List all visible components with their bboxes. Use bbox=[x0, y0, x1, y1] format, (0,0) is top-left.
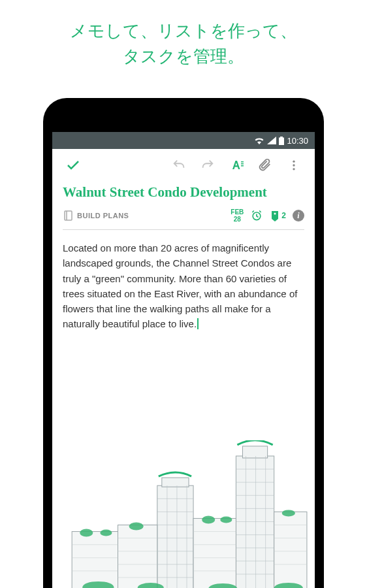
note-body[interactable]: Located on more than 20 acres of magnifi… bbox=[63, 230, 304, 342]
status-bar: 10:30 bbox=[52, 132, 315, 149]
date-day: 28 bbox=[231, 216, 244, 223]
status-time: 10:30 bbox=[287, 136, 308, 146]
info-button[interactable]: i bbox=[293, 210, 304, 221]
svg-point-3 bbox=[293, 161, 295, 163]
promo-line-1: メモして、リストを作って、 bbox=[70, 21, 297, 41]
note-title[interactable]: Walnut Street Condo Development bbox=[63, 182, 304, 208]
note-body-text: Located on more than 20 acres of magnifi… bbox=[63, 242, 297, 329]
svg-point-60 bbox=[282, 510, 295, 516]
svg-point-5 bbox=[293, 168, 295, 170]
tag-icon bbox=[270, 210, 280, 221]
phone-frame: 10:30 bbox=[43, 98, 324, 588]
svg-rect-11 bbox=[242, 446, 267, 458]
screen: 10:30 bbox=[52, 132, 315, 588]
alarm-icon[interactable] bbox=[250, 209, 263, 222]
note-content: Walnut Street Condo Development BUILD PL… bbox=[52, 182, 315, 342]
svg-point-59 bbox=[220, 516, 232, 523]
svg-rect-36 bbox=[72, 532, 118, 588]
svg-rect-6 bbox=[65, 211, 72, 220]
svg-point-56 bbox=[100, 530, 112, 536]
redo-button[interactable] bbox=[196, 154, 219, 177]
svg-rect-37 bbox=[118, 525, 157, 589]
note-illustration bbox=[52, 440, 315, 588]
overflow-menu-button[interactable] bbox=[282, 154, 306, 177]
notebook-icon bbox=[63, 210, 73, 221]
undo-button[interactable] bbox=[167, 154, 191, 177]
editor-toolbar bbox=[52, 149, 315, 182]
promo-line-2: タスクを管理。 bbox=[123, 46, 244, 66]
svg-point-4 bbox=[293, 164, 295, 166]
note-meta-row: BUILD PLANS FEB 28 2 i bbox=[63, 208, 304, 230]
done-button[interactable] bbox=[61, 154, 85, 177]
svg-rect-24 bbox=[157, 485, 193, 588]
attachment-button[interactable] bbox=[253, 154, 277, 177]
svg-rect-2 bbox=[241, 165, 244, 167]
promo-headline: メモして、リストを作って、 タスクを管理。 bbox=[0, 0, 367, 82]
notebook-name: BUILD PLANS bbox=[77, 212, 129, 220]
svg-point-58 bbox=[202, 515, 215, 523]
signal-icon bbox=[267, 137, 276, 144]
svg-rect-10 bbox=[236, 456, 274, 588]
svg-rect-39 bbox=[274, 512, 307, 588]
text-cursor bbox=[197, 318, 199, 329]
reminder-date[interactable]: FEB 28 bbox=[231, 208, 244, 223]
svg-point-57 bbox=[129, 522, 144, 530]
svg-rect-0 bbox=[241, 161, 244, 163]
date-month: FEB bbox=[231, 208, 244, 216]
text-format-button[interactable] bbox=[225, 154, 248, 177]
tag-count: 2 bbox=[281, 211, 286, 220]
svg-point-55 bbox=[80, 529, 93, 537]
svg-rect-38 bbox=[193, 518, 236, 588]
wifi-icon bbox=[254, 137, 264, 144]
notebook-selector[interactable]: BUILD PLANS bbox=[63, 210, 129, 221]
tags-button[interactable]: 2 bbox=[270, 210, 286, 221]
svg-rect-1 bbox=[241, 163, 244, 165]
battery-icon bbox=[279, 137, 284, 145]
svg-point-9 bbox=[274, 213, 276, 215]
svg-rect-25 bbox=[162, 478, 189, 487]
